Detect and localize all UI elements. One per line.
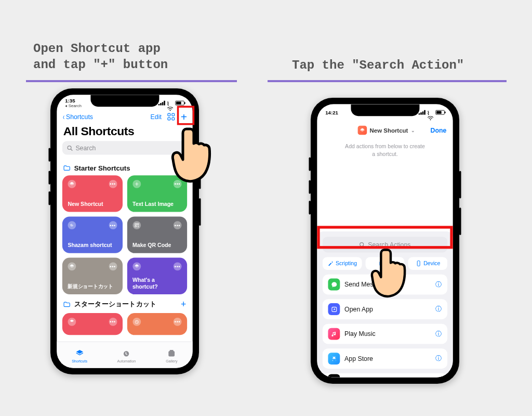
collection-icon[interactable] <box>167 113 175 121</box>
action-label: App Store <box>344 355 373 362</box>
folder-starter-jp[interactable]: スターターショートカット + <box>57 294 192 313</box>
tile-partial-2[interactable]: ••• <box>127 313 187 335</box>
layers-icon <box>68 318 76 326</box>
phone-new-shortcut: 14:21 New Shortcut ⌄ Done <box>311 98 459 384</box>
edit-button[interactable]: Edit <box>151 113 162 121</box>
empty-hint: Add actions from below to create a short… <box>317 141 453 158</box>
divider-left <box>26 80 237 82</box>
wifi-icon <box>167 101 173 106</box>
bereal-icon: BeReal <box>328 374 340 378</box>
more-icon[interactable]: ••• <box>109 318 117 326</box>
chevron-left-icon: ‹ <box>63 113 64 121</box>
waveform-icon <box>68 221 76 229</box>
chip-device[interactable]: Device <box>408 257 447 270</box>
cell-signal-icon <box>419 110 425 115</box>
plus-icon <box>132 180 141 188</box>
caption-left: Open Shortcut app and tap "+" button <box>33 41 168 73</box>
qr-icon <box>132 221 141 229</box>
hint-line2: a shortcut. <box>372 151 397 157</box>
tile-qr[interactable]: ••• Make QR Code <box>127 216 187 253</box>
shortcut-grid-2: ••• ••• <box>57 313 192 335</box>
tile-shazam[interactable]: ••• Shazam shortcut <box>62 216 123 253</box>
info-icon[interactable]: ⓘ <box>435 305 442 314</box>
layers-icon <box>68 262 76 270</box>
tile-whats-a-shortcut[interactable]: ••• What's a shortcut? <box>127 258 187 294</box>
wand-icon <box>327 260 334 266</box>
tab-automation-label: Automation <box>117 359 136 363</box>
action-play-music[interactable]: Play Music ⓘ <box>323 324 447 344</box>
tab-shortcuts[interactable]: Shortcuts <box>72 348 87 363</box>
battery-icon <box>435 110 445 115</box>
chevron-down-icon: ⌄ <box>411 128 415 133</box>
more-icon[interactable]: ••• <box>174 262 182 270</box>
caption-right: Tap the "Search Action" <box>292 57 464 73</box>
back-button[interactable]: ‹ Shortcuts <box>62 113 93 121</box>
chip-scripting[interactable]: Scripting <box>323 257 362 270</box>
info-icon[interactable]: ⓘ <box>435 355 442 363</box>
search-input[interactable]: Search <box>62 141 187 154</box>
svg-rect-3 <box>172 118 175 120</box>
hand-pointer-icon <box>170 124 217 186</box>
back-label: Shortcuts <box>66 113 93 121</box>
phone-icon <box>415 260 421 266</box>
action-open-app[interactable]: Open App ⓘ <box>323 299 447 319</box>
tab-shortcuts-label: Shortcuts <box>72 359 87 363</box>
tile-label: Shazam shortcut <box>68 242 117 249</box>
svg-rect-2 <box>168 118 170 120</box>
more-icon[interactable]: ••• <box>109 262 117 270</box>
timer-icon <box>132 318 141 326</box>
caption-left-line1: Open Shortcut app <box>33 42 161 56</box>
action-label: Play Music <box>344 330 376 337</box>
music-icon <box>328 328 340 340</box>
more-icon[interactable]: ••• <box>174 318 182 326</box>
info-icon[interactable]: ⓘ <box>435 330 442 338</box>
shortcut-app-icon <box>358 126 367 135</box>
svg-rect-13 <box>417 261 420 266</box>
cell-signal-icon <box>158 101 165 106</box>
action-app-store[interactable]: App Store ⓘ <box>323 348 447 369</box>
chip-label: Scripting <box>336 260 357 266</box>
nav-bar: New Shortcut ⌄ Done <box>317 120 453 140</box>
notch <box>351 104 419 116</box>
gallery-tab-icon <box>166 348 178 358</box>
layers-icon <box>132 262 141 270</box>
more-icon[interactable]: ••• <box>174 221 182 229</box>
more-icon[interactable]: ••• <box>109 180 117 188</box>
info-icon[interactable]: ⓘ <box>435 280 442 289</box>
shortcut-grid: ••• New Shortcut ••• Text Last Image •••… <box>57 175 192 294</box>
caption-left-line2: and tap "+" button <box>33 58 168 72</box>
action-label: Open App <box>344 306 373 313</box>
tile-label: What's a shortcut? <box>132 277 182 290</box>
folder-icon <box>63 164 71 172</box>
highlight-add-button <box>177 106 194 125</box>
tile-label: Text Last Image <box>132 201 182 207</box>
tile-partial-1[interactable]: ••• <box>62 313 123 335</box>
tile-label: New Shortcut <box>68 201 117 207</box>
automation-tab-icon <box>121 348 132 358</box>
action-label: BeReal. <box>344 376 367 378</box>
nav-bar: ‹ Shortcuts Edit + <box>57 110 192 124</box>
tile-new-shortcut-jp[interactable]: ••• 新規ショートカット <box>62 258 123 294</box>
title-label: New Shortcut <box>370 127 408 134</box>
status-back-breadcrumb[interactable]: ◂ Search <box>65 103 82 108</box>
folder-add-button[interactable]: + <box>181 299 186 309</box>
action-bereal[interactable]: BeReal BeReal. <box>323 373 447 378</box>
search-placeholder: Search <box>75 144 96 151</box>
layers-icon <box>68 180 76 188</box>
svg-line-5 <box>71 149 72 150</box>
tab-gallery[interactable]: Gallery <box>166 348 178 363</box>
tab-automation[interactable]: Automation <box>117 348 136 363</box>
chip-label: Device <box>423 260 440 266</box>
more-icon[interactable]: ••• <box>109 221 117 229</box>
open-app-icon <box>328 303 340 315</box>
done-button[interactable]: Done <box>431 126 447 134</box>
svg-rect-0 <box>168 113 170 116</box>
tile-new-shortcut[interactable]: ••• New Shortcut <box>62 175 123 212</box>
hand-pointer-icon <box>370 244 411 302</box>
tab-bar: Shortcuts Automation Gallery <box>57 342 192 368</box>
title-dropdown[interactable]: New Shortcut ⌄ <box>358 126 415 135</box>
caption-right-text: Tap the "Search Action" <box>292 58 464 72</box>
status-time: 1:35 <box>65 98 82 103</box>
shortcuts-tab-icon <box>74 348 86 358</box>
divider-right <box>268 80 507 82</box>
